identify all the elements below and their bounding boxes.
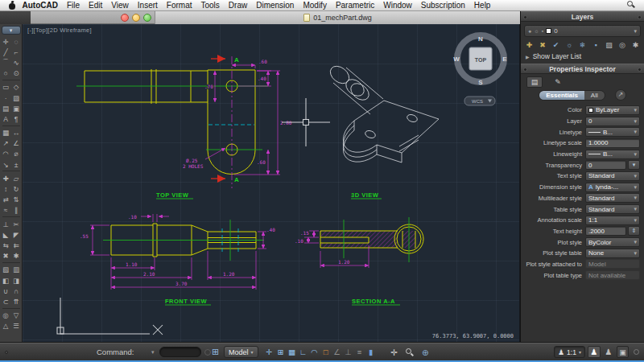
styles-tab[interactable]: ✎ xyxy=(550,76,566,88)
dim-diameter-tool-icon[interactable]: ⌀ xyxy=(11,149,22,159)
spline-tool-icon[interactable]: ∿ xyxy=(11,57,22,68)
layer-on-off-icon[interactable]: ☼ xyxy=(564,39,576,51)
panel-dot-icon[interactable] xyxy=(523,68,527,72)
dynamic-ucs-toggle[interactable]: ⊥ xyxy=(343,346,353,359)
dim-aligned-tool-icon[interactable]: ↗ xyxy=(1,138,11,149)
property-dropdown-layer[interactable]: 0▾ xyxy=(585,117,640,126)
menu-autocad[interactable]: AutoCAD xyxy=(18,1,62,10)
delete-layer-icon[interactable]: ✖ xyxy=(537,39,549,51)
polygon-tool-icon[interactable]: ◇ xyxy=(11,82,22,93)
lasso-tool-icon[interactable]: ◌ xyxy=(11,36,22,47)
layer-lock-unlock-icon[interactable]: ▪ xyxy=(590,39,602,51)
leader-tool-icon[interactable]: ↘ xyxy=(1,159,11,170)
minimize-window-button[interactable] xyxy=(132,14,140,22)
group-tool-icon[interactable]: ◨ xyxy=(11,275,22,286)
dim-radius-tool-icon[interactable]: ◠ xyxy=(1,149,11,159)
subtract-tool-icon[interactable]: ∩ xyxy=(11,286,22,296)
offset-tool-icon[interactable]: ∥ xyxy=(11,205,22,216)
property-dropdown-multileader-style[interactable]: Standard▾ xyxy=(585,193,640,203)
set-current-layer-icon[interactable]: ✔ xyxy=(550,39,562,51)
flatshot-tool-icon[interactable]: ☰ xyxy=(11,321,22,331)
property-dropdown-text-style[interactable]: Standard▾ xyxy=(585,171,640,181)
pan-tool-icon[interactable]: ✛ xyxy=(389,346,399,359)
mtext-tool-icon[interactable]: ¶ xyxy=(11,113,22,124)
property-dropdown-color[interactable]: ByLayer▾ xyxy=(585,105,640,115)
extrude-tool-icon[interactable]: ⇈ xyxy=(11,296,22,306)
layer-color-icon[interactable]: ▨ xyxy=(603,39,615,51)
snap-toggle[interactable]: ✛ xyxy=(264,346,275,359)
dim-angular-tool-icon[interactable]: ∠ xyxy=(11,138,22,149)
property-dropdown-plot-style-table[interactable]: None▾ xyxy=(585,249,640,258)
zoom-window-button[interactable] xyxy=(143,14,151,22)
ortho-toggle[interactable]: ∟ xyxy=(298,346,308,359)
text-tool-icon[interactable]: A xyxy=(1,113,11,124)
viewport-controls-label[interactable]: [-][Top][2D Wireframe] xyxy=(27,27,92,34)
property-dropdown-plot-style[interactable]: ByColor▾ xyxy=(585,237,640,247)
erase-tool-icon[interactable]: ✖ xyxy=(1,251,11,261)
arc-tool-icon[interactable]: ⌒ xyxy=(1,57,11,68)
dim-linear-tool-icon[interactable]: ↔ xyxy=(11,128,22,138)
layers-panel-header[interactable]: Layers xyxy=(521,11,644,22)
drawing-canvas[interactable]: [-][Top][2D Wireframe] xyxy=(23,24,519,342)
orbit-tool-icon[interactable]: ⊕ xyxy=(420,346,431,359)
mirror-tool-icon[interactable]: ⇄ xyxy=(1,195,11,205)
menu-help[interactable]: Help xyxy=(469,1,495,10)
region-tool-icon[interactable]: ▣ xyxy=(11,103,22,113)
properties-panel-header[interactable]: Properties Inspector xyxy=(521,64,644,74)
lineweight-toggle[interactable]: ≡ xyxy=(354,346,365,359)
menu-draw[interactable]: Draw xyxy=(224,1,251,10)
segment-essentials[interactable]: Essentials xyxy=(539,91,584,100)
quick-properties-toggle[interactable]: ▮ xyxy=(365,346,376,359)
viewcube[interactable]: N S W E TOP WCS xyxy=(453,35,507,105)
grid-toggle[interactable]: ⊞ xyxy=(275,346,286,359)
rotate-tool-icon[interactable]: ↻ xyxy=(11,183,22,194)
menu-dimension[interactable]: Dimension xyxy=(252,1,299,10)
attribute-tool-icon[interactable]: ◧ xyxy=(1,275,11,286)
ellipse-tool-icon[interactable]: ⊙ xyxy=(11,68,22,79)
status-ring-icon[interactable] xyxy=(634,343,639,361)
property-dropdown-linetype[interactable]: B...▾ xyxy=(585,127,640,137)
rectangle-tool-icon[interactable]: ▭ xyxy=(1,82,11,93)
property-dropdown-annotation-scale[interactable]: 1:1▾ xyxy=(585,216,640,225)
select-tool-icon[interactable]: ✛ xyxy=(1,36,11,47)
property-dropdown-table-style[interactable]: Standard▾ xyxy=(585,204,640,214)
property-dropdown-dimension-style[interactable]: Alynda-...▾ xyxy=(585,183,640,192)
panel-dot-icon[interactable] xyxy=(523,15,527,19)
chamfer-tool-icon[interactable]: ◤ xyxy=(11,229,22,240)
quick-select-button[interactable]: ↗ xyxy=(615,89,626,101)
menu-tools[interactable]: Tools xyxy=(196,1,224,10)
explode-tool-icon[interactable]: ✱ xyxy=(11,251,22,261)
polar-toggle[interactable]: ◠ xyxy=(309,346,320,359)
annotation-visibility-button[interactable]: ♟ xyxy=(588,346,601,358)
layer-freeze-thaw-icon[interactable]: ❄ xyxy=(576,39,588,51)
new-layer-icon[interactable]: ✚ xyxy=(523,39,535,51)
otrack-toggle[interactable]: ∠ xyxy=(332,346,342,359)
search-icon[interactable] xyxy=(627,1,636,10)
property-dropdown-lineweight[interactable]: B...▾ xyxy=(585,150,640,159)
close-window-button[interactable] xyxy=(121,14,129,22)
circle-tool-icon[interactable]: ○ xyxy=(1,68,11,79)
property-input-text-height[interactable]: .2000 xyxy=(585,226,626,236)
menu-parametric[interactable]: Parametric xyxy=(331,1,378,10)
menu-subscription[interactable]: Subscription xyxy=(416,1,469,10)
panel-dot-icon[interactable] xyxy=(638,15,642,19)
extend-tool-icon[interactable]: ✂ xyxy=(11,219,22,229)
show-layer-list-toggle[interactable]: ▶ Show Layer List xyxy=(526,52,639,60)
break-tool-icon[interactable]: ⇇ xyxy=(11,240,22,250)
menu-modify[interactable]: Modify xyxy=(299,1,331,10)
union-tool-icon[interactable]: ∪ xyxy=(1,286,11,296)
property-input-transparency[interactable]: 0 xyxy=(585,160,626,170)
sweep-tool-icon[interactable]: ▽ xyxy=(11,311,22,321)
osnap-toggle[interactable]: □ xyxy=(320,346,331,359)
polyline-tool-icon[interactable]: ⌐ xyxy=(11,47,22,57)
menu-view[interactable]: View xyxy=(107,1,134,10)
layer-settings-icon[interactable]: ✱ xyxy=(630,39,642,51)
tolerance-tool-icon[interactable]: ± xyxy=(11,159,22,170)
panel-dot-icon[interactable] xyxy=(638,68,642,72)
zoom-tool-icon[interactable] xyxy=(405,347,415,358)
document-tab[interactable]: 01_mechPart.dwg xyxy=(155,11,520,24)
menu-edit[interactable]: Edit xyxy=(85,1,107,10)
trim-tool-icon[interactable]: ⊥ xyxy=(1,219,11,229)
revolve-tool-icon[interactable]: ◎ xyxy=(1,311,11,321)
model-layout-button[interactable]: Model ▾ xyxy=(224,346,258,358)
